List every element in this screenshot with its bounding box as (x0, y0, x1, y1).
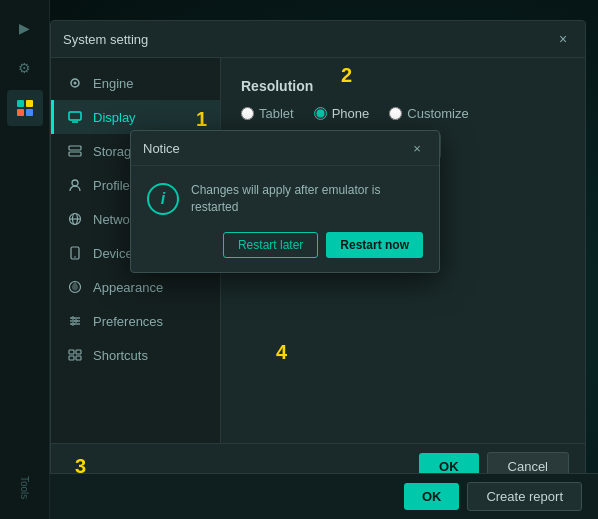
display-icon (67, 109, 83, 125)
svg-point-15 (74, 256, 76, 258)
preferences-icon (67, 313, 83, 329)
create-report-button[interactable]: Create report (467, 482, 582, 511)
svg-rect-8 (69, 146, 81, 150)
restart-later-button[interactable]: Restart later (223, 232, 318, 258)
restart-now-button[interactable]: Restart now (326, 232, 423, 258)
sidebar-item-shortcuts[interactable]: Shortcuts (51, 338, 220, 372)
notice-dialog: Notice × 4 i Changes will apply after em… (130, 130, 440, 273)
info-icon: i (147, 183, 179, 215)
notice-actions: Restart later Restart now (147, 232, 423, 258)
device-icon (67, 245, 83, 261)
option-tablet-label: Tablet (259, 106, 294, 121)
step-1-label: 1 (196, 108, 207, 131)
svg-rect-3 (26, 109, 33, 116)
notice-close-button[interactable]: × (407, 138, 427, 158)
option-customize[interactable]: Customize (389, 106, 468, 121)
option-tablet[interactable]: Tablet (241, 106, 294, 121)
resolution-options: Tablet Phone Customize (241, 106, 565, 121)
left-tools-panel: ▶ ⚙ Tools (0, 0, 50, 519)
notice-message-row: i Changes will apply after emulator is r… (147, 182, 423, 216)
dialog-close-button[interactable]: × (553, 29, 573, 49)
sidebar-label-appearance: Appearance (93, 280, 163, 295)
svg-rect-24 (76, 350, 81, 354)
sidebar-item-engine[interactable]: Engine (51, 66, 220, 100)
network-icon (67, 211, 83, 227)
svg-rect-26 (76, 356, 81, 360)
sidebar-label-device: Device (93, 246, 133, 261)
engine-icon (67, 75, 83, 91)
dialog-title: System setting (63, 32, 148, 47)
shortcuts-icon (67, 347, 83, 363)
sidebar-item-appearance[interactable]: Appearance (51, 270, 220, 304)
notice-title: Notice (143, 141, 180, 156)
appearance-icon (67, 279, 83, 295)
tools-label: Tools (19, 476, 30, 499)
option-customize-label: Customize (407, 106, 468, 121)
svg-rect-2 (17, 109, 24, 116)
tool-gear-icon[interactable]: ⚙ (7, 50, 43, 86)
option-phone-label: Phone (332, 106, 370, 121)
step-2-label: 2 (341, 64, 352, 87)
sidebar-label-display: Display (93, 110, 136, 125)
svg-rect-9 (69, 152, 81, 156)
notice-titlebar: Notice × (131, 131, 439, 166)
tool-play-icon[interactable]: ▶ (7, 10, 43, 46)
bottom-ok-button[interactable]: OK (404, 483, 460, 510)
svg-rect-25 (69, 356, 74, 360)
svg-point-20 (72, 317, 74, 319)
sidebar-label-shortcuts: Shortcuts (93, 348, 148, 363)
svg-point-5 (74, 82, 77, 85)
sidebar-item-preferences[interactable]: Preferences (51, 304, 220, 338)
svg-point-10 (72, 180, 78, 186)
radio-phone[interactable] (314, 107, 327, 120)
bottom-bar: OK Create report (0, 473, 598, 519)
radio-customize[interactable] (389, 107, 402, 120)
storage-icon (67, 143, 83, 159)
radio-tablet[interactable] (241, 107, 254, 120)
tool-icon-1[interactable] (7, 90, 43, 126)
svg-point-21 (75, 320, 77, 322)
sidebar-label-profile: Profile (93, 178, 130, 193)
svg-rect-6 (69, 112, 81, 120)
notice-message: Changes will apply after emulator is res… (191, 182, 423, 216)
sidebar-label-preferences: Preferences (93, 314, 163, 329)
svg-point-22 (72, 323, 74, 325)
dialog-titlebar: System setting × (51, 21, 585, 58)
sidebar-label-engine: Engine (93, 76, 133, 91)
profile-icon (67, 177, 83, 193)
svg-rect-0 (17, 100, 24, 107)
svg-rect-1 (26, 100, 33, 107)
resolution-label: Resolution (241, 78, 565, 94)
svg-rect-23 (69, 350, 74, 354)
sidebar-item-display[interactable]: Display (51, 100, 220, 134)
notice-body: 4 i Changes will apply after emulator is… (131, 166, 439, 272)
step-4-label: 4 (276, 341, 287, 364)
option-phone[interactable]: Phone (314, 106, 370, 121)
